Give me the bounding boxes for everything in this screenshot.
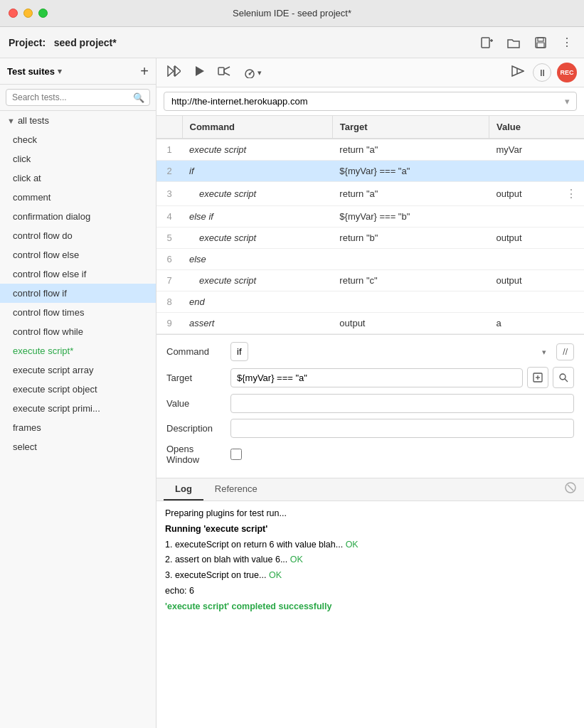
run-test-icon[interactable]	[191, 64, 208, 81]
command-select[interactable]: if	[230, 342, 248, 361]
sidebar-item-control-flow-else-if[interactable]: control flow else if	[0, 264, 156, 284]
url-input[interactable]	[164, 92, 577, 111]
value-input[interactable]	[230, 394, 574, 413]
disable-breakpoints-icon[interactable]	[509, 64, 527, 81]
sidebar-item-control-flow-do[interactable]: control flow do	[0, 226, 156, 245]
row-num: 9	[156, 313, 182, 334]
sidebar-item-execute-script-object[interactable]: execute script object	[0, 380, 156, 399]
chevron-down-icon[interactable]: ▾	[58, 67, 62, 76]
project-name: seed project*	[54, 37, 117, 48]
opens-window-row: OpensWindow	[166, 444, 574, 465]
close-btn[interactable]	[9, 9, 18, 18]
save-icon[interactable]	[531, 33, 550, 52]
log-tabs: Log Reference	[156, 478, 584, 501]
target-cell: return "a"	[332, 139, 489, 161]
table-row[interactable]: 9 assert output a	[156, 313, 584, 334]
target-input[interactable]	[230, 368, 523, 387]
target-search-icon[interactable]	[553, 367, 574, 388]
sidebar-item-control-flow-else[interactable]: control flow else	[0, 245, 156, 264]
table-row[interactable]: 5 execute script return "b" output	[156, 228, 584, 249]
open-folder-icon[interactable]	[504, 34, 523, 51]
sidebar-item-check[interactable]: check	[0, 130, 156, 149]
tab-reference[interactable]: Reference	[203, 478, 269, 500]
ok-badge-3: OK	[269, 570, 282, 580]
minimize-btn[interactable]	[23, 9, 33, 18]
svg-marker-6	[168, 66, 174, 76]
sidebar-item-execute-script-primi[interactable]: execute script primi...	[0, 399, 156, 418]
table-row[interactable]: 6 else	[156, 249, 584, 270]
sidebar: Test suites ▾ + 🔍 ▼ all tests check clic…	[0, 58, 156, 728]
table-row[interactable]: 4 else if ${myVar} === "b"	[156, 206, 584, 228]
table-row[interactable]: 1 execute script return "a" myVar	[156, 139, 584, 161]
opens-window-checkbox[interactable]	[230, 449, 242, 460]
sidebar-item-execute-script[interactable]: execute script*	[0, 341, 156, 360]
record-button[interactable]: REC	[557, 63, 577, 82]
record-stop-icon[interactable]	[215, 64, 233, 81]
row-more-icon[interactable]: ⋮	[566, 187, 577, 200]
value-cell	[489, 249, 584, 270]
comment-button[interactable]: //	[556, 343, 574, 360]
row-num: 3	[156, 182, 182, 206]
maximize-btn[interactable]	[38, 9, 48, 18]
sidebar-item-comment[interactable]: comment	[0, 188, 156, 207]
value-row: Value	[166, 394, 574, 413]
value-cell: output	[489, 228, 584, 249]
sidebar-item-control-flow-while[interactable]: control flow while	[0, 322, 156, 341]
project-label: Project:	[9, 37, 46, 48]
table-row[interactable]: 2 if ${myVar} === "a"	[156, 161, 584, 182]
sidebar-item-confirmation-dialog[interactable]: confirmation dialog	[0, 207, 156, 226]
table-row[interactable]: 8 end	[156, 291, 584, 313]
speed-icon[interactable]: ▾	[240, 65, 265, 80]
sidebar-item-frames[interactable]: frames	[0, 418, 156, 437]
command-cell: execute script	[182, 228, 332, 249]
sidebar-item-control-flow-times[interactable]: control flow times	[0, 303, 156, 322]
sidebar-item-select[interactable]: select	[0, 437, 156, 456]
description-row: Description	[166, 419, 574, 438]
tab-log[interactable]: Log	[164, 478, 203, 500]
target-row: Target	[166, 367, 574, 388]
run-all-tests-icon[interactable]	[164, 64, 184, 81]
col-num-header	[156, 116, 182, 139]
target-selector-icon[interactable]	[527, 367, 548, 388]
sidebar-item-control-flow-if[interactable]: control flow if	[0, 284, 156, 303]
command-label: Command	[166, 346, 230, 357]
search-input[interactable]	[6, 89, 150, 106]
command-cell: execute script	[182, 182, 332, 206]
row-num: 8	[156, 291, 182, 313]
svg-line-12	[224, 73, 230, 75]
description-input[interactable]	[230, 419, 574, 438]
value-cell	[489, 291, 584, 313]
top-toolbar: Project: seed project* ⋮	[0, 27, 584, 58]
clear-log-button[interactable]	[564, 481, 577, 498]
command-form: Command if ▾ // Target	[156, 334, 584, 478]
svg-line-11	[224, 67, 230, 70]
url-dropdown-arrow: ▾	[565, 96, 570, 107]
sidebar-header: Test suites ▾ +	[0, 58, 156, 85]
test-suites-label: Test suites	[7, 66, 55, 77]
new-project-icon[interactable]	[477, 33, 496, 52]
row-num: 6	[156, 249, 182, 270]
more-options-icon[interactable]: ⋮	[558, 33, 575, 52]
command-cell: end	[182, 291, 332, 313]
value-cell	[489, 161, 584, 182]
log-line-2: Running 'execute script'	[165, 523, 575, 536]
value-label: Value	[166, 398, 230, 409]
sidebar-item-click[interactable]: click	[0, 149, 156, 168]
target-cell: ${myVar} === "a"	[332, 161, 489, 182]
all-tests-root[interactable]: ▼ all tests	[0, 111, 156, 130]
project-label-area: Project: seed project*	[9, 37, 117, 48]
col-target-header: Target	[332, 116, 489, 139]
table-row[interactable]: 3 execute script return "a" output ⋮	[156, 182, 584, 206]
command-select-container: if ▾	[230, 342, 552, 361]
target-cell: return "c"	[332, 270, 489, 291]
add-test-button[interactable]: +	[140, 64, 149, 78]
table-row[interactable]: 7 execute script return "c" output	[156, 270, 584, 291]
pause-button[interactable]: ⏸	[533, 63, 551, 82]
content-area: ▾ ⏸ REC ▾	[156, 58, 584, 728]
sec-toolbar-left: ▾	[164, 64, 265, 81]
row-num: 4	[156, 206, 182, 228]
sidebar-item-click-at[interactable]: click at	[0, 168, 156, 188]
search-icon: 🔍	[133, 92, 144, 103]
target-cell	[332, 249, 489, 270]
sidebar-item-execute-script-array[interactable]: execute script array	[0, 360, 156, 380]
